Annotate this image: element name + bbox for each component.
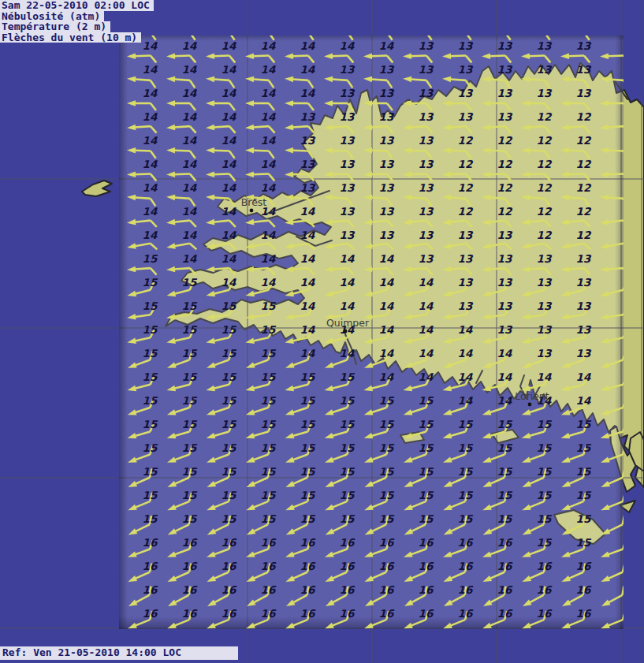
temperature-value: 14 — [458, 347, 473, 359]
temperature-value: 12 — [458, 158, 474, 170]
temperature-value: 16 — [143, 583, 158, 596]
temperature-value: 13 — [576, 252, 592, 265]
temperature-value: 14 — [419, 347, 434, 359]
temperature-value: 16 — [497, 607, 513, 620]
temperature-value: 15 — [458, 465, 474, 478]
temperature-value: 14 — [300, 63, 315, 76]
layer-nebulosity: Nébulosité (atm) — [0, 11, 104, 22]
temperature-value: 15 — [340, 441, 356, 454]
temperature-value: 14 — [537, 371, 552, 383]
temperature-value: 16 — [340, 536, 356, 549]
temperature-value: 12 — [576, 134, 592, 147]
temperature-value: 15 — [261, 300, 277, 312]
temperature-value: 15 — [221, 371, 237, 383]
temperature-value: 14 — [261, 134, 276, 147]
temperature-value: 16 — [261, 607, 277, 620]
temperature-value: 14 — [340, 300, 355, 312]
temperature-value: 12 — [497, 205, 513, 218]
temperature-value: 14 — [300, 87, 315, 99]
temperature-value: 15 — [261, 441, 277, 454]
temperature-value: 16 — [419, 560, 434, 572]
model-run-reference: Ref: Ven 21-05-2010 14:00 LOC — [0, 646, 238, 660]
temperature-value: 13 — [537, 87, 553, 99]
temperature-value: 15 — [143, 252, 158, 265]
temperature-value: 12 — [537, 229, 553, 241]
temperature-value: 15 — [537, 418, 553, 430]
temperature-value: 15 — [182, 465, 198, 478]
temperature-value: 15 — [143, 371, 158, 383]
temperature-value: 14 — [143, 158, 158, 170]
temperature-value: 13 — [458, 110, 474, 123]
temperature-value: 16 — [497, 583, 513, 596]
temperature-value: 15 — [576, 418, 592, 430]
temperature-value: 15 — [300, 489, 316, 501]
temperature-value: 14 — [182, 158, 197, 170]
temperature-value: 12 — [458, 205, 474, 218]
temperature-value: 13 — [497, 39, 513, 52]
temperature-value: 16 — [221, 560, 237, 572]
temperature-value: 13 — [576, 300, 592, 312]
temperature-value: 14 — [379, 371, 394, 383]
temperature-value: 13 — [576, 347, 592, 359]
temperature-value: 16 — [182, 560, 198, 572]
temperature-value: 15 — [419, 441, 434, 454]
temperature-value: 13 — [379, 87, 395, 99]
temperature-value: 12 — [497, 134, 513, 147]
temperature-value: 12 — [458, 134, 474, 147]
temperature-value: 14 — [300, 323, 315, 336]
temperature-value: 14 — [261, 252, 276, 265]
weather-map-window: 1414141414141413131313131414141414131313… — [0, 0, 644, 663]
temperature-value: 13 — [497, 323, 513, 336]
temperature-value: 15 — [143, 465, 158, 478]
temperature-value: 15 — [497, 512, 513, 525]
temperature-value: 16 — [340, 560, 356, 572]
temperature-value: 14 — [221, 158, 236, 170]
temperature-value: 13 — [340, 63, 356, 76]
temperature-value: 16 — [537, 583, 553, 596]
temperature-value: 14 — [182, 134, 197, 147]
temperature-value: 14 — [379, 347, 394, 359]
temperature-value: 15 — [261, 371, 277, 383]
temperature-value: 13 — [497, 110, 513, 123]
temperature-value: 15 — [261, 512, 277, 525]
temperature-value: 13 — [576, 276, 592, 289]
city-label: Lorient — [515, 390, 549, 402]
temperature-value: 15 — [340, 489, 356, 501]
temperature-value: 16 — [458, 607, 474, 620]
map-legend: Sam 22-05-2010 02:00 LOC Nébulosité (atm… — [0, 0, 154, 43]
temperature-value: 14 — [300, 347, 315, 359]
temperature-value: 16 — [261, 583, 277, 596]
temperature-value: 15 — [221, 300, 237, 312]
temperature-value: 13 — [537, 39, 553, 52]
temperature-value: 13 — [419, 87, 434, 99]
temperature-value: 15 — [458, 489, 474, 501]
temperature-value: 15 — [497, 418, 513, 430]
temperature-value: 16 — [419, 536, 434, 549]
temperature-value: 14 — [497, 371, 512, 383]
temperature-value: 14 — [261, 229, 276, 241]
temperature-value: 15 — [300, 418, 316, 430]
temperature-value: 15 — [261, 489, 277, 501]
temperature-value: 13 — [497, 63, 513, 76]
temperature-value: 13 — [576, 87, 592, 99]
temperature-value: 14 — [379, 252, 394, 265]
temperature-value: 14 — [340, 347, 355, 359]
temperature-value: 14 — [143, 63, 158, 76]
temperature-value: 15 — [537, 512, 553, 525]
temperature-value: 15 — [261, 465, 277, 478]
temperature-value: 14 — [221, 181, 236, 194]
temperature-value: 16 — [143, 536, 158, 549]
temperature-value: 15 — [182, 489, 198, 501]
temperature-value: 14 — [340, 252, 355, 265]
city-label: Quimper — [326, 317, 370, 329]
temperature-value: 16 — [379, 560, 395, 572]
temperature-value: 13 — [537, 252, 553, 265]
temperature-value: 13 — [340, 181, 356, 194]
temperature-value: 15 — [419, 418, 434, 430]
temperature-value: 13 — [340, 87, 356, 99]
temperature-value: 14 — [261, 158, 276, 170]
temperature-value: 16 — [182, 536, 198, 549]
temperature-value: 12 — [537, 134, 553, 147]
city-marker-quimper — [344, 330, 348, 333]
timestamp-label: Sam 22-05-2010 02:00 LOC — [0, 0, 154, 11]
